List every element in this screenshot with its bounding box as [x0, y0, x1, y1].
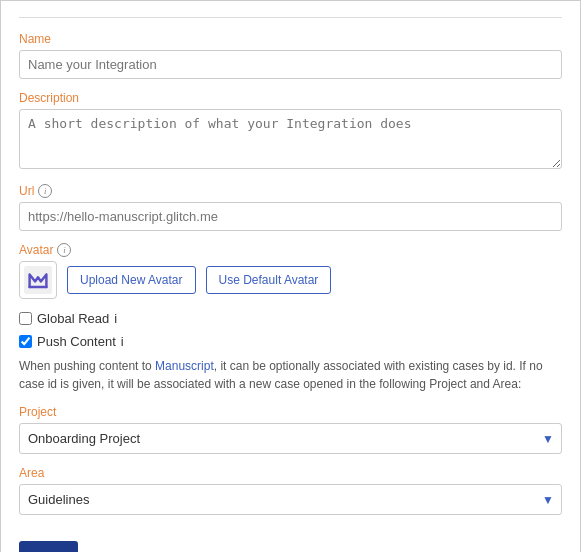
description-input[interactable] — [19, 109, 562, 169]
area-field-group: Area Guidelines General Support ▼ — [19, 466, 562, 515]
name-input[interactable] — [19, 50, 562, 79]
project-field-group: Project Onboarding Project Project Alpha… — [19, 405, 562, 454]
svg-rect-0 — [24, 266, 52, 294]
manuscript-link[interactable]: Manuscript — [155, 359, 214, 373]
avatar-image — [24, 266, 52, 294]
description-label: Description — [19, 91, 562, 105]
project-select-wrapper: Onboarding Project Project Alpha Project… — [19, 423, 562, 454]
upload-avatar-button[interactable]: Upload New Avatar — [67, 266, 196, 294]
project-select[interactable]: Onboarding Project Project Alpha Project… — [19, 423, 562, 454]
url-field-group: Url i — [19, 184, 562, 231]
url-input[interactable] — [19, 202, 562, 231]
project-label: Project — [19, 405, 562, 419]
description-field-group: Description — [19, 91, 562, 172]
global-read-info-icon[interactable]: i — [114, 311, 117, 326]
use-default-avatar-button[interactable]: Use Default Avatar — [206, 266, 332, 294]
avatar-label: Avatar i — [19, 243, 562, 257]
ok-button[interactable]: OK — [19, 541, 78, 552]
avatar-row: Upload New Avatar Use Default Avatar — [19, 261, 562, 299]
name-field-group: Name — [19, 32, 562, 79]
avatar-info-icon[interactable]: i — [57, 243, 71, 257]
push-content-row: Push Content i — [19, 334, 562, 349]
push-content-checkbox[interactable] — [19, 335, 32, 348]
url-info-icon[interactable]: i — [38, 184, 52, 198]
area-select-wrapper: Guidelines General Support ▼ — [19, 484, 562, 515]
global-read-row: Global Read i — [19, 311, 562, 326]
push-content-info-icon[interactable]: i — [121, 334, 124, 349]
push-content-label: Push Content — [37, 334, 116, 349]
global-read-label: Global Read — [37, 311, 109, 326]
avatar-field-group: Avatar i Upload New Avatar Use Default A… — [19, 243, 562, 299]
url-label: Url i — [19, 184, 562, 198]
top-divider — [19, 17, 562, 18]
area-select[interactable]: Guidelines General Support — [19, 484, 562, 515]
info-text: When pushing content to Manuscript, it c… — [19, 357, 562, 393]
global-read-checkbox[interactable] — [19, 312, 32, 325]
integration-form: Name Description Url i Avatar i — [0, 0, 581, 552]
avatar-preview — [19, 261, 57, 299]
area-label: Area — [19, 466, 562, 480]
name-label: Name — [19, 32, 562, 46]
